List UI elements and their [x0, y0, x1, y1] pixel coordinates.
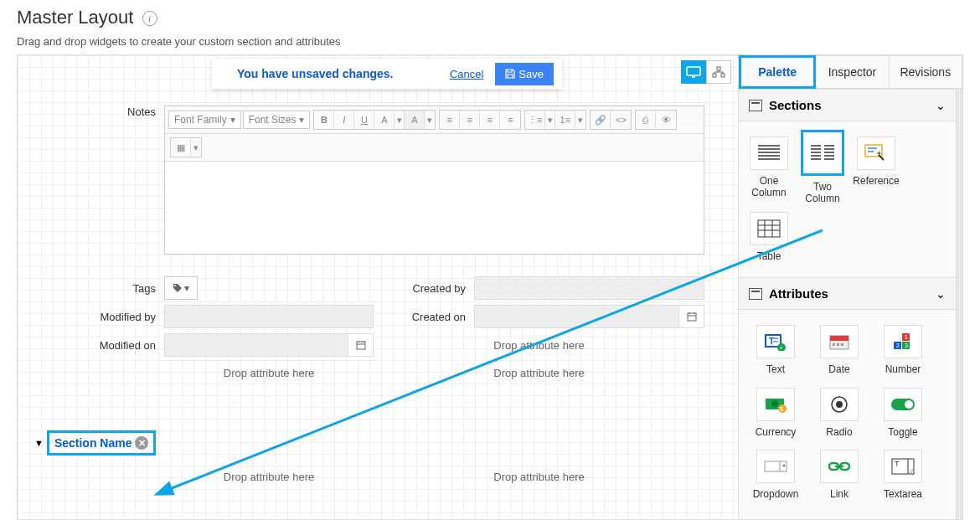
save-icon [505, 69, 515, 79]
number-list-dropdown[interactable]: ▾ [575, 111, 585, 129]
section-name[interactable]: Section Name ✕ [47, 430, 157, 456]
view-toggle [681, 60, 731, 84]
one-column-icon [756, 143, 781, 163]
svg-rect-37 [830, 336, 848, 341]
date-icon [828, 332, 850, 351]
save-button[interactable]: Save [495, 63, 554, 85]
underline-button[interactable]: U [354, 111, 374, 129]
desktop-view-button[interactable] [681, 60, 706, 84]
drop-zone[interactable]: Drop attribute here [374, 334, 704, 357]
align-justify-button[interactable]: ≡ [500, 111, 520, 129]
drop-zone[interactable]: Drop attribute here [164, 466, 374, 488]
palette-toggle[interactable]: Toggle [879, 388, 926, 438]
cancel-link[interactable]: Cancel [450, 68, 483, 80]
svg-rect-1 [717, 67, 720, 70]
delete-section-icon[interactable]: ✕ [135, 436, 148, 450]
svg-text:+: + [779, 344, 783, 351]
modified-on-label: Modified on [43, 339, 164, 352]
attributes-panel-header[interactable]: Attributes ⌄ [739, 278, 956, 310]
palette-table[interactable]: Table [745, 212, 792, 262]
info-icon[interactable]: i [142, 11, 157, 26]
align-right-button[interactable]: ≡ [480, 111, 500, 129]
textarea-icon: T [891, 458, 915, 475]
font-size-select[interactable]: Font Sizes ▾ [243, 111, 311, 129]
tab-revisions[interactable]: Revisions [890, 55, 962, 89]
section-header[interactable]: ▼ Section Name ✕ [34, 430, 704, 456]
svg-text:1: 1 [905, 334, 908, 340]
tags-label: Tags [43, 282, 164, 295]
text-color-dropdown[interactable]: ▾ [395, 111, 405, 129]
link-button[interactable]: 🔗 [591, 111, 611, 129]
tab-palette[interactable]: Palette [739, 55, 816, 89]
created-by-input[interactable] [474, 276, 704, 300]
palette-reference[interactable]: Reference [853, 136, 900, 205]
unsaved-changes-bar: You have unsaved changes. Cancel Save [212, 59, 562, 89]
modified-by-label: Modified by [43, 311, 164, 323]
svg-rect-2 [713, 74, 716, 77]
bg-color-button[interactable]: A [405, 111, 425, 129]
svg-rect-55 [765, 461, 787, 471]
palette-two-column[interactable]: Two Column [799, 130, 846, 205]
toggle-icon [890, 398, 916, 411]
sections-panel-header[interactable]: Sections ⌄ [739, 90, 956, 121]
svg-text:T: T [895, 460, 900, 468]
notes-editor[interactable]: Font Family ▾ Font Sizes ▾ B I U A ▾ A ▾ [164, 106, 704, 255]
rte-body[interactable] [165, 162, 704, 254]
svg-point-52 [836, 401, 843, 408]
svg-point-4 [174, 285, 176, 286]
print-button[interactable]: ⎙ [636, 111, 656, 129]
number-list-button[interactable]: 1≡ [555, 111, 575, 129]
bullet-list-dropdown[interactable]: ▾ [545, 111, 555, 129]
palette-text[interactable]: T+ Text [752, 325, 799, 375]
tags-button[interactable]: ▾ [164, 276, 198, 300]
tag-icon [173, 283, 183, 293]
modified-by-input[interactable] [164, 305, 374, 328]
dropdown-icon [764, 461, 787, 472]
code-button[interactable]: <> [611, 111, 631, 129]
sidebar-scrollbar[interactable] [956, 89, 962, 519]
created-on-label: Created on [374, 311, 474, 323]
tree-view-button[interactable] [706, 60, 731, 84]
text-color-button[interactable]: A [374, 111, 395, 129]
palette-dropdown[interactable]: Dropdown [752, 450, 799, 500]
bullet-list-button[interactable]: ⋮≡ [525, 111, 545, 129]
bold-button[interactable]: B [314, 111, 334, 129]
preview-button[interactable]: 👁 [656, 111, 676, 129]
svg-rect-5 [688, 313, 696, 321]
chevron-down-icon: ⌄ [936, 287, 946, 301]
desktop-icon [686, 66, 701, 78]
created-on-input[interactable] [474, 305, 704, 328]
link-icon [828, 461, 850, 472]
svg-rect-39 [837, 343, 839, 346]
palette-radio[interactable]: Radio [816, 388, 863, 438]
chevron-down-icon[interactable]: ▼ [34, 438, 44, 448]
svg-text:3: 3 [905, 342, 908, 348]
align-left-button[interactable]: ≡ [440, 111, 460, 129]
table-button[interactable]: ▦ [171, 138, 191, 157]
align-center-button[interactable]: ≡ [460, 111, 480, 129]
layout-canvas[interactable]: You have unsaved changes. Cancel Save No… [18, 55, 738, 519]
palette-number[interactable]: 123 Number [879, 325, 926, 375]
tab-inspector[interactable]: Inspector [816, 55, 889, 89]
palette-currency[interactable]: $ Currency [752, 388, 799, 438]
modified-on-input[interactable] [164, 333, 374, 357]
drop-zone[interactable]: Drop attribute here [374, 362, 704, 384]
calendar-icon[interactable] [678, 306, 704, 327]
svg-point-54 [905, 400, 913, 409]
font-family-select[interactable]: Font Family ▾ [168, 111, 241, 129]
unsaved-message: You have unsaved changes. [237, 67, 393, 80]
sidebar: Palette Inspector Revisions Sections ⌄ O… [738, 55, 962, 519]
bg-color-dropdown[interactable]: ▾ [425, 111, 435, 129]
drop-zone[interactable]: Drop attribute here [374, 466, 704, 488]
calendar-icon[interactable] [348, 334, 373, 356]
table-icon [756, 219, 781, 239]
svg-rect-25 [758, 220, 780, 237]
svg-text:$: $ [780, 406, 783, 412]
table-dropdown[interactable]: ▾ [191, 138, 201, 157]
drop-zone[interactable]: Drop attribute here [164, 362, 374, 384]
italic-button[interactable]: I [334, 111, 354, 129]
palette-date[interactable]: Date [816, 325, 863, 375]
palette-textarea[interactable]: T Textarea [879, 450, 926, 500]
palette-link[interactable]: Link [816, 450, 863, 500]
palette-one-column[interactable]: One Column [745, 136, 792, 205]
